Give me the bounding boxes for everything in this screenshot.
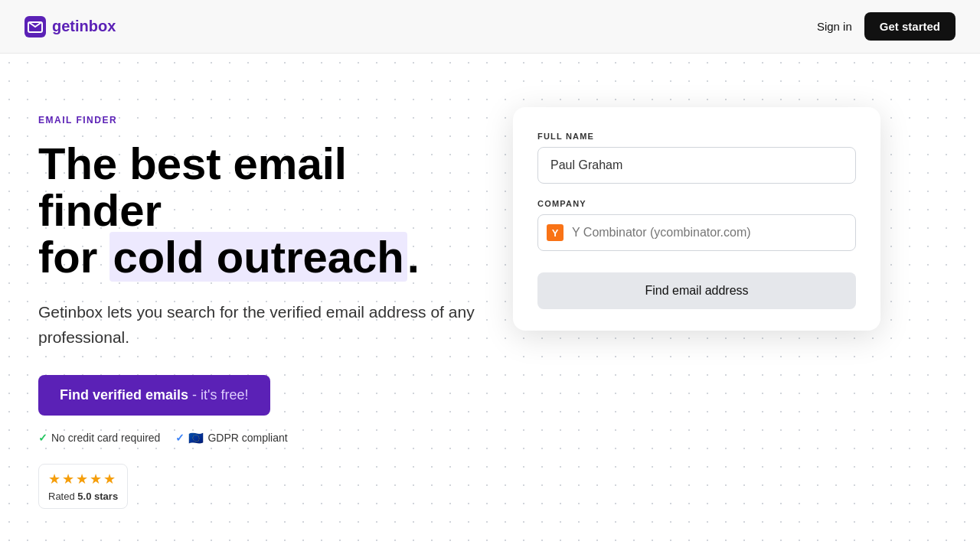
- find-email-button[interactable]: Find email address: [537, 272, 856, 309]
- get-started-button[interactable]: Get started: [864, 12, 956, 41]
- headline-line1: The best email finder: [38, 139, 347, 235]
- full-name-input[interactable]: [537, 147, 856, 184]
- no-credit-label: No credit card required: [51, 432, 160, 444]
- star-3: ★: [76, 471, 88, 487]
- rating-box: ★ ★ ★ ★ ★ Rated 5.0 stars: [38, 464, 128, 509]
- nav-right: Sign in Get started: [817, 12, 956, 41]
- star-2: ★: [62, 471, 74, 487]
- gdpr-label: GDPR compliant: [207, 432, 287, 444]
- badges-row: ✓ No credit card required ✓ 🇪🇺 GDPR comp…: [38, 431, 482, 445]
- star-rating: ★ ★ ★ ★ ★: [48, 471, 118, 487]
- right-column: FULL NAME COMPANY Y Find email address: [513, 99, 880, 331]
- star-5: ★: [103, 471, 116, 487]
- check-green-icon: ✓: [38, 432, 47, 444]
- logo-text: getinbox: [52, 18, 116, 35]
- headline: The best email finder for cold outreach.: [38, 141, 482, 281]
- navbar: getinbox Sign in Get started: [0, 0, 980, 54]
- headline-for: for: [38, 232, 109, 282]
- cta-main-label: Find verified emails: [60, 387, 188, 403]
- no-credit-badge: ✓ No credit card required: [38, 432, 160, 444]
- eu-flag-icon: 🇪🇺: [188, 431, 204, 445]
- subheadline: Getinbox lets you search for the verifie…: [38, 299, 482, 350]
- headline-highlight: cold outreach: [109, 232, 407, 282]
- gdpr-badge: ✓ 🇪🇺 GDPR compliant: [175, 431, 287, 445]
- company-label: COMPANY: [537, 199, 856, 208]
- star-4: ★: [90, 471, 102, 487]
- cta-secondary-label: - it's free!: [188, 387, 248, 403]
- star-1: ★: [48, 471, 60, 487]
- company-input[interactable]: [537, 214, 856, 251]
- check-blue-icon: ✓: [175, 432, 185, 444]
- logo-area: getinbox: [24, 16, 116, 37]
- headline-period: .: [407, 232, 420, 282]
- rated-label: Rated: [48, 491, 75, 502]
- full-name-label: FULL NAME: [537, 132, 856, 141]
- form-card: FULL NAME COMPANY Y Find email address: [513, 107, 880, 331]
- cta-button[interactable]: Find verified emails - it's free!: [38, 375, 270, 416]
- signin-button[interactable]: Sign in: [817, 20, 852, 33]
- logo-icon: [24, 16, 46, 37]
- company-logo-icon: Y: [547, 224, 564, 241]
- rating-text: Rated 5.0 stars: [48, 491, 118, 502]
- left-column: EMAIL FINDER The best email finder for c…: [38, 99, 482, 509]
- rating-value: 5.0 stars: [77, 491, 118, 502]
- main-content: EMAIL FINDER The best email finder for c…: [0, 54, 980, 551]
- eyebrow-label: EMAIL FINDER: [38, 115, 482, 126]
- company-input-wrapper: Y: [537, 214, 856, 251]
